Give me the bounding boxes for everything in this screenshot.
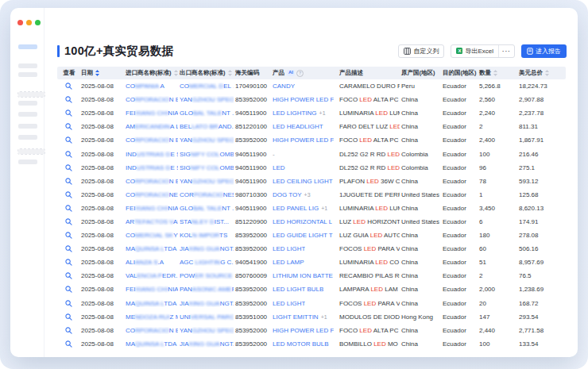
magnifier-icon[interactable] bbox=[65, 123, 72, 130]
sidebar-item bbox=[18, 160, 37, 164]
importer-name-link[interactable]: MAQUINSA LTDA bbox=[124, 300, 178, 307]
importer-name-link[interactable]: MAQUINSA LTDA bbox=[124, 245, 178, 252]
importer-name-link[interactable]: FEIXIANG CHINIA ... bbox=[124, 286, 178, 293]
company-name-prefix: YAN bbox=[180, 136, 192, 144]
exporter-name-link[interactable]: CORPORACIONES... bbox=[178, 191, 234, 198]
exporter-name-link[interactable]: GLOBAL TALENT ... bbox=[178, 110, 234, 117]
export-excel-button[interactable]: X 导出Excel bbox=[451, 45, 498, 57]
importer-name-link[interactable]: FEIXIANG CHINIA ... bbox=[124, 110, 178, 117]
magnifier-icon[interactable] bbox=[65, 232, 72, 239]
magnifier-icon[interactable] bbox=[65, 136, 72, 144]
product-link[interactable]: LED MOTOR BULB bbox=[273, 340, 329, 348]
magnifier-icon[interactable] bbox=[65, 245, 72, 252]
importer-name-link[interactable]: COMERCIAL SKYWI... bbox=[124, 232, 178, 239]
magnifier-icon[interactable] bbox=[65, 83, 72, 90]
importer-name-link[interactable]: INDUSTRIAS DE SIS... bbox=[124, 151, 178, 158]
exporter-name-link[interactable]: POWER SOURCE GR... bbox=[178, 272, 234, 279]
importer-name-link[interactable]: ARTEFACTOS VARA... bbox=[124, 218, 178, 225]
product-link[interactable]: HIGH POWER LED F bbox=[273, 96, 334, 103]
magnifier-icon[interactable] bbox=[65, 313, 72, 321]
product-link[interactable]: LED bbox=[273, 164, 285, 171]
exporter-name-link[interactable]: YANGZHOU SPECIAL LI... bbox=[178, 136, 234, 144]
magnifier-icon[interactable] bbox=[65, 218, 72, 225]
exporter-name-link[interactable]: YANGZHOU SPECIAL LI... bbox=[178, 96, 234, 103]
company-name-suffix: NGT... bbox=[220, 245, 234, 252]
exporter-name-link[interactable]: GLOBAL TALENT ... bbox=[178, 205, 234, 212]
importer-name-link[interactable]: COMPANIA A bbox=[124, 83, 178, 90]
product-link[interactable]: LED GUIDE LIGHT T bbox=[273, 232, 333, 239]
product-link: - bbox=[273, 151, 275, 158]
magnifier-icon[interactable] bbox=[65, 272, 72, 279]
importer-name-link[interactable]: MENDOZA RUIZ M... bbox=[124, 313, 178, 321]
column-header-hs: 海关编码 bbox=[234, 69, 271, 77]
info-icon[interactable]: ? bbox=[296, 70, 304, 77]
magnifier-icon[interactable] bbox=[65, 300, 72, 307]
description-text: LAM bbox=[383, 286, 398, 293]
product-link[interactable]: LED LIGHTING bbox=[273, 110, 317, 117]
product-link[interactable]: LIGHT EMITTIN bbox=[273, 313, 319, 321]
product-link[interactable]: LED LIGHT BULB bbox=[273, 286, 323, 293]
product-link[interactable]: CANDY bbox=[273, 83, 295, 90]
exporter-name-link[interactable]: SIGNIFY COLOMB... bbox=[178, 164, 234, 171]
importer-name-link[interactable]: CORPORACION E... bbox=[124, 327, 178, 334]
magnifier-icon[interactable] bbox=[65, 96, 72, 103]
product-link[interactable]: HIGH POWER LED F bbox=[273, 327, 334, 334]
product-link[interactable]: LED LAMP bbox=[273, 259, 304, 266]
description-text: 36W C bbox=[379, 178, 400, 185]
exporter-name-link[interactable]: COMERCIAL DEL ... bbox=[178, 83, 234, 90]
magnifier-icon[interactable] bbox=[65, 178, 72, 185]
sort-icon[interactable] bbox=[545, 70, 549, 76]
company-name-suffix: .A bbox=[157, 259, 164, 266]
magnifier-icon[interactable] bbox=[65, 164, 72, 171]
product-link[interactable]: LED LIGHT bbox=[273, 300, 305, 307]
product-link[interactable]: LED LIGHT bbox=[273, 245, 305, 252]
exporter-name-link[interactable]: JIAXING GUANGT... bbox=[178, 300, 234, 307]
magnifier-icon[interactable] bbox=[65, 286, 72, 293]
sort-icon[interactable] bbox=[174, 70, 178, 76]
importer-name-link[interactable]: AMERICANDINA LTDA bbox=[124, 123, 178, 130]
magnifier-icon[interactable] bbox=[65, 327, 72, 334]
importer-name-link[interactable]: CORPORACION E... bbox=[124, 178, 178, 185]
quantity-cell: 2 bbox=[478, 272, 517, 279]
importer-name-link[interactable]: CORPORACION E... bbox=[124, 96, 178, 103]
product-link[interactable]: LED PANEL LIG bbox=[273, 205, 319, 212]
product-link[interactable]: LED CEILING LIGHT bbox=[273, 178, 333, 185]
sort-icon[interactable] bbox=[493, 70, 497, 76]
importer-name-link[interactable]: INDUSTRIAS DE SIS... bbox=[124, 164, 178, 171]
highlighted-keyword: LED bbox=[389, 123, 400, 130]
exporter-name-link[interactable]: SIGNIFY COLOMB... bbox=[178, 151, 234, 158]
exporter-name-link[interactable]: KOLN IMPORTS bbox=[178, 232, 234, 239]
sort-icon[interactable] bbox=[228, 70, 232, 76]
exporter-name-link[interactable]: BELLATO BRAND... bbox=[178, 123, 234, 130]
importer-name-link[interactable]: ALIANZA S.A bbox=[124, 259, 178, 266]
product-link[interactable]: DOG TOY bbox=[273, 191, 302, 198]
exporter-name-link[interactable]: UNIVERSAL PARCEL ... bbox=[178, 313, 234, 321]
importer-name-link[interactable]: VALENCIA PEDR... bbox=[124, 272, 178, 279]
magnifier-icon[interactable] bbox=[65, 151, 72, 158]
magnifier-icon[interactable] bbox=[65, 110, 72, 117]
exporter-name-link[interactable]: STANLEY DIST... bbox=[178, 218, 234, 225]
exporter-name-link[interactable]: YANGZHOU SPECIAL LI... bbox=[178, 178, 234, 185]
product-link[interactable]: LED HORIZONTAL L bbox=[273, 218, 332, 225]
magnifier-icon[interactable] bbox=[65, 259, 72, 266]
enter-report-button[interactable]: 进入报告 bbox=[521, 44, 567, 58]
product-link[interactable]: LED HEADLIGHT bbox=[273, 123, 323, 130]
quantity-cell: 2,440 bbox=[478, 327, 517, 334]
exporter-name-link[interactable]: PANASONIC AMERIC... bbox=[178, 286, 234, 293]
magnifier-icon[interactable] bbox=[65, 191, 72, 198]
exporter-name-link[interactable]: JIAXING GUANGT... bbox=[178, 245, 234, 252]
magnifier-icon[interactable] bbox=[65, 205, 72, 212]
exporter-name-link[interactable]: AGC LIGHTING C... bbox=[178, 259, 234, 266]
customize-columns-button[interactable]: 自定义列 bbox=[398, 44, 444, 58]
product-link[interactable]: HIGH POWER LED F bbox=[273, 136, 334, 144]
importer-name-link[interactable]: MAQUINSA LTDA bbox=[124, 340, 178, 348]
magnifier-icon[interactable] bbox=[65, 340, 72, 348]
importer-name-link[interactable]: CORPORACIONES... bbox=[124, 191, 178, 198]
more-options-button[interactable]: ··· bbox=[498, 45, 514, 57]
product-link[interactable]: LITHIUM ION BATTE bbox=[273, 272, 333, 279]
importer-name-link[interactable]: FEIXIANG CHINIA ... bbox=[124, 205, 178, 212]
sort-icon[interactable] bbox=[95, 70, 99, 76]
importer-name-link[interactable]: CORPORACION E... bbox=[124, 136, 178, 144]
exporter-name-link[interactable]: JIAXING GUANGT... bbox=[178, 340, 234, 348]
exporter-name-link[interactable]: YANGZHOU SPECIAL LI... bbox=[178, 327, 234, 334]
